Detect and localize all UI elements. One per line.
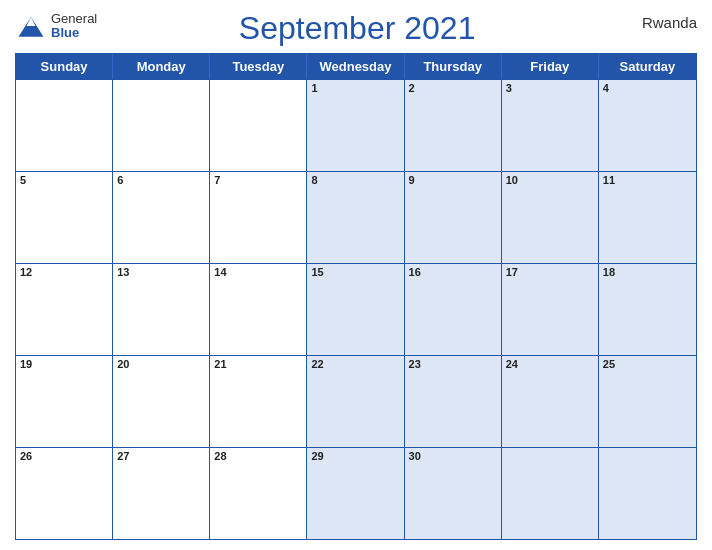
cal-cell-w3-d6: 17: [502, 264, 599, 355]
week-row-5: 2627282930: [16, 447, 696, 539]
calendar-title: September 2021: [97, 10, 617, 47]
cal-cell-w4-d7: 25: [599, 356, 696, 447]
cal-cell-w3-d7: 18: [599, 264, 696, 355]
cal-cell-w5-d7: [599, 448, 696, 539]
header: General Blue September 2021 Rwanda: [15, 10, 697, 47]
calendar-header: Sunday Monday Tuesday Wednesday Thursday…: [16, 54, 696, 79]
day-number: 4: [603, 82, 692, 94]
logo-text: General Blue: [51, 12, 97, 41]
country-label: Rwanda: [617, 10, 697, 31]
calendar: Sunday Monday Tuesday Wednesday Thursday…: [15, 53, 697, 540]
cal-cell-w2-d4: 8: [307, 172, 404, 263]
day-number: 10: [506, 174, 594, 186]
day-number: 17: [506, 266, 594, 278]
cal-cell-w2-d6: 10: [502, 172, 599, 263]
day-number: 2: [409, 82, 497, 94]
day-number: 26: [20, 450, 108, 462]
cal-cell-w5-d2: 27: [113, 448, 210, 539]
cal-cell-w1-d5: 2: [405, 80, 502, 171]
logo-general-text: General: [51, 12, 97, 26]
header-sunday: Sunday: [16, 54, 113, 79]
week-row-2: 567891011: [16, 171, 696, 263]
cal-cell-w5-d1: 26: [16, 448, 113, 539]
logo-blue-text: Blue: [51, 26, 97, 40]
day-number: 5: [20, 174, 108, 186]
header-monday: Monday: [113, 54, 210, 79]
calendar-body: 1234567891011121314151617181920212223242…: [16, 79, 696, 539]
header-tuesday: Tuesday: [210, 54, 307, 79]
day-number: 19: [20, 358, 108, 370]
cal-cell-w4-d2: 20: [113, 356, 210, 447]
day-number: 3: [506, 82, 594, 94]
cal-cell-w3-d3: 14: [210, 264, 307, 355]
day-number: 14: [214, 266, 302, 278]
day-number: 27: [117, 450, 205, 462]
cal-cell-w5-d4: 29: [307, 448, 404, 539]
cal-cell-w4-d3: 21: [210, 356, 307, 447]
cal-cell-w5-d5: 30: [405, 448, 502, 539]
day-number: 15: [311, 266, 399, 278]
day-number: 8: [311, 174, 399, 186]
day-number: 22: [311, 358, 399, 370]
cal-cell-w3-d5: 16: [405, 264, 502, 355]
header-thursday: Thursday: [405, 54, 502, 79]
cal-cell-w1-d7: 4: [599, 80, 696, 171]
day-number: 23: [409, 358, 497, 370]
day-number: 13: [117, 266, 205, 278]
cal-cell-w3-d2: 13: [113, 264, 210, 355]
day-number: 25: [603, 358, 692, 370]
week-row-3: 12131415161718: [16, 263, 696, 355]
cal-cell-w3-d1: 12: [16, 264, 113, 355]
header-friday: Friday: [502, 54, 599, 79]
cal-cell-w1-d4: 1: [307, 80, 404, 171]
day-number: 24: [506, 358, 594, 370]
logo: General Blue: [15, 10, 97, 42]
cal-cell-w1-d6: 3: [502, 80, 599, 171]
day-number: 7: [214, 174, 302, 186]
day-number: 20: [117, 358, 205, 370]
day-number: 1: [311, 82, 399, 94]
cal-cell-w2-d1: 5: [16, 172, 113, 263]
day-number: 9: [409, 174, 497, 186]
cal-cell-w1-d2: [113, 80, 210, 171]
cal-cell-w4-d1: 19: [16, 356, 113, 447]
cal-cell-w2-d7: 11: [599, 172, 696, 263]
cal-cell-w5-d6: [502, 448, 599, 539]
day-number: 11: [603, 174, 692, 186]
day-number: 30: [409, 450, 497, 462]
day-number: 21: [214, 358, 302, 370]
header-wednesday: Wednesday: [307, 54, 404, 79]
page: General Blue September 2021 Rwanda Sunda…: [0, 0, 712, 550]
cal-cell-w3-d4: 15: [307, 264, 404, 355]
cal-cell-w5-d3: 28: [210, 448, 307, 539]
day-number: 29: [311, 450, 399, 462]
cal-cell-w4-d4: 22: [307, 356, 404, 447]
month-year-heading: September 2021: [97, 10, 617, 47]
day-number: 6: [117, 174, 205, 186]
cal-cell-w4-d6: 24: [502, 356, 599, 447]
cal-cell-w2-d5: 9: [405, 172, 502, 263]
cal-cell-w1-d3: [210, 80, 307, 171]
cal-cell-w2-d2: 6: [113, 172, 210, 263]
week-row-1: 1234: [16, 79, 696, 171]
header-saturday: Saturday: [599, 54, 696, 79]
generalblue-logo-icon: [15, 10, 47, 42]
cal-cell-w2-d3: 7: [210, 172, 307, 263]
day-number: 16: [409, 266, 497, 278]
day-number: 18: [603, 266, 692, 278]
cal-cell-w4-d5: 23: [405, 356, 502, 447]
cal-cell-w1-d1: [16, 80, 113, 171]
day-number: 12: [20, 266, 108, 278]
week-row-4: 19202122232425: [16, 355, 696, 447]
day-number: 28: [214, 450, 302, 462]
